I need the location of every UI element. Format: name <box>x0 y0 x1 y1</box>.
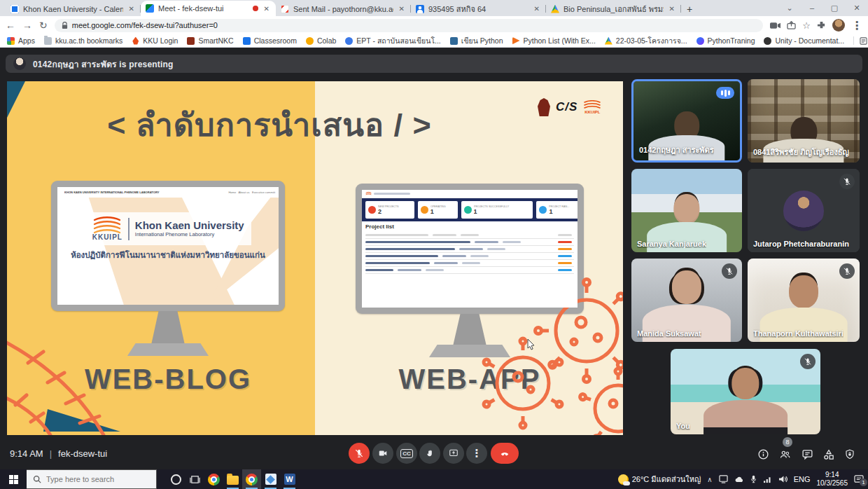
nav-home: Home <box>229 191 237 193</box>
participant-name: 0841สิริพรชัย ภิญโญเรืองธัญ <box>753 146 849 158</box>
info-icon <box>757 448 769 460</box>
back-button[interactable]: ← <box>6 20 15 30</box>
close-icon[interactable]: ✕ <box>533 5 541 13</box>
virus-doodle <box>580 369 623 435</box>
profile-avatar[interactable] <box>832 19 845 32</box>
address-bar[interactable]: meet.google.com/fek-dsew-tui?authuser=0 <box>55 19 764 32</box>
reload-button[interactable]: ↻ <box>39 20 48 30</box>
reading-list-button[interactable]: Reading list <box>860 36 868 45</box>
tray-mic-icon[interactable] <box>750 475 757 483</box>
taskbar-word[interactable]: W <box>280 469 299 489</box>
bookmark-classroom[interactable]: Classesroom <box>243 36 297 45</box>
bookmark-apps[interactable]: Apps <box>7 36 35 45</box>
weather-widget[interactable]: 26°C มีแดดส่วนใหญ่ <box>618 473 701 485</box>
bookmark-star-icon[interactable]: ☆ <box>802 20 811 31</box>
start-button[interactable] <box>0 469 27 489</box>
host-controls-button[interactable] <box>844 448 855 460</box>
tab-calendar[interactable]: Khon Kaen University - Calendar ✕ <box>6 1 141 16</box>
language-indicator[interactable]: ENG <box>794 475 811 483</box>
clock-date: 10/3/2565 <box>817 479 848 488</box>
bookmark-python[interactable]: เขียน Python <box>450 35 503 47</box>
forward-button[interactable]: → <box>22 20 32 30</box>
camera-toggle-button[interactable] <box>372 443 393 464</box>
tab-capture-icon[interactable] <box>770 22 780 29</box>
tab-course[interactable]: 935495 สหกิจ 64 ✕ <box>411 1 546 16</box>
taskbar-chrome-active[interactable] <box>242 469 261 489</box>
taskbar-file-explorer[interactable] <box>223 469 242 489</box>
volume-icon[interactable] <box>778 475 788 483</box>
bookmark-project-drive[interactable]: 22-03-05-โครงการจ... <box>605 35 687 47</box>
notification-count-badge: 1 <box>860 478 867 486</box>
cortana-button[interactable] <box>167 469 186 489</box>
tab-meet[interactable]: Meet - fek-dsew-tui ✕ <box>141 1 276 16</box>
network-icon[interactable] <box>763 476 772 483</box>
divider: | <box>50 448 52 459</box>
bookmark-kku-login[interactable]: KKU Login <box>132 36 178 45</box>
taskbar-chrome[interactable] <box>204 469 223 489</box>
close-window-button[interactable]: ✕ <box>846 0 868 15</box>
video-tile-camera-off[interactable]: Jutarop Phetcharaburanin <box>748 169 860 252</box>
meeting-details-button[interactable] <box>757 448 769 460</box>
extensions-icon[interactable] <box>817 21 826 30</box>
webblog-monitor: KHON KAEN UNIVERSITY INTERNATIONAL PHENO… <box>51 181 285 311</box>
reading-list-icon <box>860 37 867 45</box>
end-call-button[interactable] <box>491 443 519 464</box>
tray-expand-icon[interactable]: ∧ <box>707 476 712 483</box>
kkuipl-waves-icon <box>92 216 122 235</box>
bookmark-pythontraning[interactable]: PythonTraning <box>696 36 755 45</box>
close-icon[interactable]: ✕ <box>127 5 136 13</box>
header-text-bar <box>374 193 410 195</box>
more-options-button[interactable]: ⋮ <box>466 443 487 464</box>
video-tile-self[interactable]: You <box>671 349 820 434</box>
taskbar-search[interactable] <box>27 469 157 489</box>
lock-icon <box>62 22 68 29</box>
share-icon[interactable] <box>787 21 796 29</box>
webblog-header-title: KHON KAEN UNIVERSITY INTERNATIONAL PHENO… <box>64 191 159 193</box>
video-tile[interactable]: Saranya Kanjaruek <box>631 169 742 252</box>
close-icon[interactable]: ✕ <box>262 5 271 13</box>
tab-drive[interactable]: Bio Peninsula_เอกสพันธ์ พรมมา(บอ ✕ <box>546 1 681 16</box>
video-tile-presenter[interactable]: 0142กฤษฎา สาระพัดร <box>631 79 742 163</box>
raise-hand-button[interactable] <box>419 443 440 464</box>
bookmark-colab[interactable]: Colab <box>306 36 336 45</box>
org-name-en: Khon Kaen University <box>135 220 244 231</box>
taskbar-photos[interactable] <box>261 469 280 489</box>
video-tile[interactable]: Thanaporn Kulthawatsiri <box>748 259 860 342</box>
tab-search-chevron[interactable]: ⌄ <box>778 0 801 15</box>
mic-off-icon <box>800 354 816 369</box>
minimize-button[interactable]: – <box>801 0 823 15</box>
video-tile[interactable]: Manida Suksawat <box>631 259 742 342</box>
bookmark-ept[interactable]: EPT - สถาบันสอนเขียนโ... <box>345 35 440 47</box>
mic-toggle-button[interactable] <box>349 443 370 464</box>
participants-button[interactable] <box>778 448 792 460</box>
bookmark-kku-folder[interactable]: kku.ac.th bookmarks <box>44 36 122 45</box>
activities-button[interactable] <box>822 448 835 461</box>
bookmark-python-list[interactable]: Python List (With Ex... <box>512 36 596 45</box>
browser-menu-icon[interactable]: ⋮ <box>851 19 862 32</box>
speaking-indicator-icon <box>716 87 734 99</box>
chat-button[interactable] <box>802 448 813 460</box>
close-icon[interactable]: ✕ <box>668 5 676 13</box>
meeting-code: fek-dsew-tui <box>58 448 107 459</box>
tab-title: Meet - fek-dsew-tui <box>158 4 248 13</box>
windows-logo-icon <box>9 475 18 484</box>
stat-value: 1 <box>549 209 578 215</box>
close-icon[interactable]: ✕ <box>398 5 406 13</box>
bookmark-unity[interactable]: Unity - Documentat... <box>764 36 844 45</box>
new-tab-button[interactable]: + <box>681 1 698 16</box>
onedrive-cloud-icon[interactable] <box>734 476 744 483</box>
pythontraning-icon <box>696 37 704 45</box>
search-input[interactable] <box>46 475 137 483</box>
display-icon[interactable] <box>719 475 728 483</box>
weather-icon <box>618 474 629 485</box>
taskbar-clock[interactable]: 9:14 10/3/2565 <box>817 471 848 488</box>
bookmark-smartnkc[interactable]: SmartNKC <box>187 36 233 45</box>
tab-gmail[interactable]: Sent Mail - payothorn@kku.ac.th ✕ <box>276 1 411 16</box>
task-view-button[interactable] <box>186 469 204 489</box>
notification-center-button[interactable]: 1 <box>854 475 864 484</box>
captions-button[interactable]: CC <box>396 443 417 464</box>
stat-value: 2 <box>378 209 412 215</box>
video-tile[interactable]: 0841สิริพรชัย ภิญโญเรืองธัญ <box>748 79 860 163</box>
maximize-button[interactable]: ▢ <box>823 0 846 15</box>
present-button[interactable] <box>443 443 464 464</box>
